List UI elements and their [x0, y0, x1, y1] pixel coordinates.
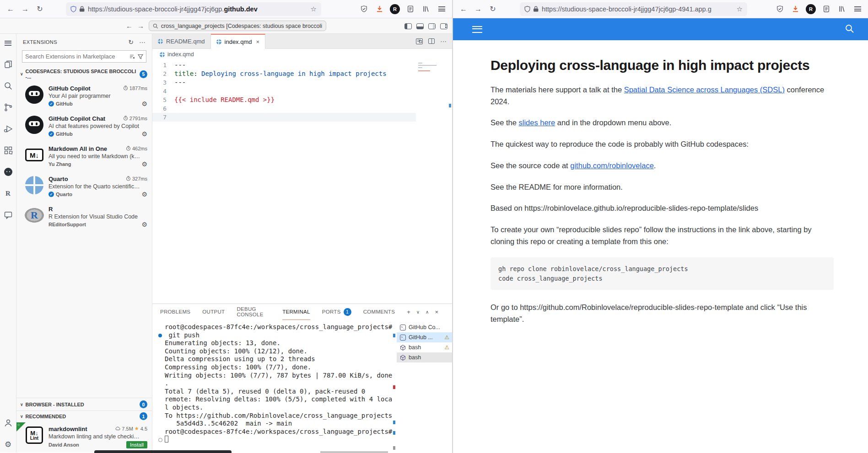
terminal-gutter: [158, 395, 165, 404]
extension-publisher: ✓Quarto: [49, 192, 72, 197]
library-icon[interactable]: [419, 3, 433, 16]
bookmark-star-icon[interactable]: ☆: [311, 5, 317, 13]
manage-gear-icon[interactable]: ⚙: [141, 101, 147, 107]
editor-tab-index.qmd[interactable]: index.qmd ×: [211, 34, 266, 49]
editor-more-actions-icon[interactable]: ···: [440, 37, 447, 45]
code-line: 7: [152, 113, 452, 122]
terminal-icon: >_: [400, 325, 406, 330]
breadcrumb[interactable]: index.qmd: [152, 49, 452, 60]
reader-page-icon[interactable]: [819, 3, 833, 16]
panel-tab-ports[interactable]: PORTS1: [322, 304, 351, 320]
address-bar[interactable]: https://studious-space-broccoli-jr4jjgg4…: [66, 2, 321, 16]
terminal-instance-bash[interactable]: bash: [397, 352, 452, 362]
terminal[interactable]: root@codespaces-87fc4e:/workspaces/cross…: [152, 320, 397, 453]
extension-row[interactable]: GitHub Copilot 1877ms Your AI pair progr…: [16, 81, 152, 111]
toggle-secondary-sidebar-icon[interactable]: [428, 23, 436, 29]
library-icon[interactable]: [835, 3, 849, 16]
manage-gear-icon[interactable]: ⚙: [141, 191, 147, 197]
navbar-menu-icon[interactable]: [472, 26, 482, 33]
minimap[interactable]: [418, 63, 445, 73]
close-panel-icon[interactable]: ×: [435, 309, 438, 315]
explorer-icon[interactable]: [3, 59, 14, 70]
github-icon[interactable]: [3, 166, 14, 177]
search-icon[interactable]: [3, 80, 14, 91]
close-tab-icon[interactable]: ×: [256, 38, 260, 45]
panel-tab-output[interactable]: OUTPUT: [202, 304, 225, 320]
page-link[interactable]: Spatial Data Science across Languages (S…: [624, 85, 785, 94]
reader-page-icon[interactable]: [404, 3, 417, 16]
recommended-extension-row[interactable]: ☆ M↓Lint markdownlint 7.5M: [16, 421, 152, 453]
source-control-icon[interactable]: [3, 102, 14, 113]
command-center[interactable]: cross_language_projects [Codespaces: stu…: [149, 21, 326, 31]
extensions-search-box[interactable]: [22, 50, 146, 63]
section-browser-installed[interactable]: ∨ BROWSER - INSTALLED 0: [16, 398, 152, 411]
terminal-instance-GitHub Co...[interactable]: >_ GitHub Co...: [397, 322, 452, 332]
app-menu-icon[interactable]: [435, 3, 448, 16]
filter-funnel-icon[interactable]: [138, 54, 143, 59]
navbar-search-icon[interactable]: [845, 24, 854, 35]
code-editor[interactable]: 1 --- 2 title: Deploying cross-language …: [152, 60, 452, 304]
address-bar[interactable]: https://studious-space-broccoli-jr4jjgg4…: [520, 2, 747, 16]
more-actions-icon[interactable]: ···: [139, 38, 146, 46]
account-avatar[interactable]: R: [388, 3, 402, 16]
reload-button[interactable]: ↻: [486, 3, 500, 16]
extension-row[interactable]: M↓ Markdown All in One 462ms All you nee…: [16, 141, 152, 171]
panel-tab-comments[interactable]: COMMENTS: [363, 304, 395, 320]
reload-button[interactable]: ↻: [33, 3, 47, 16]
run-debug-icon[interactable]: [3, 123, 14, 134]
bookmark-star-icon[interactable]: ☆: [737, 5, 743, 13]
refresh-icon[interactable]: ↻: [128, 38, 134, 46]
back-button[interactable]: ←: [4, 3, 17, 16]
history-back-icon[interactable]: ←: [126, 22, 133, 30]
install-button[interactable]: Install: [126, 441, 147, 448]
account-avatar[interactable]: R: [804, 3, 818, 16]
maximize-panel-icon[interactable]: ∧: [426, 309, 429, 314]
downloads-icon[interactable]: [788, 3, 802, 16]
editor-tab-README.qmd[interactable]: README.qmd: [152, 34, 211, 48]
extension-row[interactable]: Quarto 327ms Extension for the Quarto sc…: [16, 171, 152, 202]
section-codespaces-installed[interactable]: ∨ CODESPACES: STUDIOUS SPACE BROCCOLI -.…: [16, 67, 152, 81]
remote-explorer-icon[interactable]: [3, 209, 14, 220]
app-menu-icon[interactable]: [851, 3, 864, 16]
split-editor-icon[interactable]: [428, 38, 435, 44]
new-terminal-icon[interactable]: +: [407, 309, 410, 315]
shield-check-icon[interactable]: [773, 3, 787, 16]
r-language-icon[interactable]: R: [3, 188, 14, 199]
toggle-panel-icon[interactable]: [416, 23, 424, 29]
panel-tab-debug-console[interactable]: DEBUG CONSOLE: [237, 304, 270, 320]
extensions-sidebar: EXTENSIONS ↻ ··· ∨ CODESPACES: STUDIOUS: [16, 34, 152, 453]
extensions-icon[interactable]: [3, 145, 14, 156]
terminal-dropdown-icon[interactable]: ∨: [416, 309, 420, 314]
customize-layout-icon[interactable]: [440, 23, 447, 29]
terminal-instance-bash[interactable]: bash ⚠: [397, 342, 452, 352]
extension-row[interactable]: GitHub Copilot Chat 2791ms AI chat featu…: [16, 111, 152, 141]
sidebar-bottom-sections: ∨ BROWSER - INSTALLED 0 ∨ RECOMMENDED 1 …: [16, 398, 152, 453]
accounts-icon[interactable]: [3, 417, 14, 428]
recommended-ribbon-icon: ☆: [16, 422, 26, 432]
url-text: https://studious-space-broccoli-jr4jjgg4…: [88, 5, 307, 13]
shield-check-icon[interactable]: [357, 3, 371, 16]
page-link[interactable]: slides here: [518, 118, 555, 127]
manage-gear-icon[interactable]: ⚙: [141, 131, 147, 137]
section-recommended[interactable]: ∨ RECOMMENDED 1: [16, 411, 152, 421]
panel-tab-problems[interactable]: PROBLEMS: [160, 304, 190, 320]
extensions-search-input[interactable]: [25, 53, 127, 60]
history-forward-icon[interactable]: →: [137, 22, 144, 30]
menu-icon[interactable]: [3, 37, 14, 48]
downloads-icon[interactable]: [372, 3, 386, 16]
forward-button[interactable]: →: [18, 3, 32, 16]
terminal-line: .: [158, 379, 392, 388]
clear-filter-icon[interactable]: [129, 54, 135, 59]
toggle-sidebar-icon[interactable]: [404, 23, 412, 29]
manage-gear-icon[interactable]: ⚙: [141, 161, 147, 167]
page-link[interactable]: github.com/robinlovelace: [570, 161, 654, 170]
panel-tab-terminal[interactable]: TERMINAL: [282, 304, 310, 320]
manage-gear-icon[interactable]: ⚙: [141, 221, 147, 228]
terminal-instance-GitHub ...[interactable]: >_ GitHub ... ⚠: [397, 332, 452, 342]
forward-button[interactable]: →: [471, 3, 485, 16]
terminal-line: [158, 436, 392, 442]
settings-gear-icon[interactable]: ⚙: [3, 439, 14, 450]
extension-row[interactable]: R R R Extension for Visual Studio Code R…: [16, 202, 152, 232]
back-button[interactable]: ←: [457, 3, 470, 16]
open-preview-icon[interactable]: [416, 38, 423, 44]
